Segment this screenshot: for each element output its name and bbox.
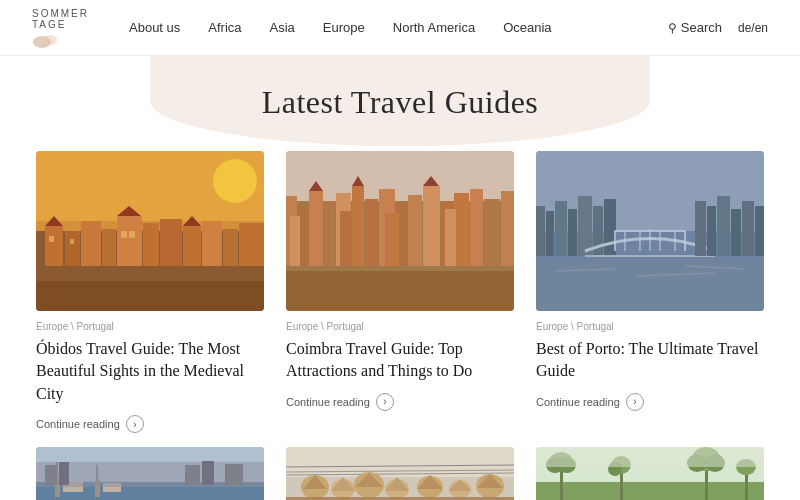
svg-rect-33 (352, 186, 364, 266)
card-coimbra[interactable]: Europe \ Portugal Coimbra Travel Guide: … (286, 151, 514, 433)
card-title-porto: Best of Porto: The Ultimate Travel Guide (536, 338, 764, 383)
card-image-coimbra (286, 151, 514, 311)
svg-rect-9 (102, 229, 116, 266)
svg-rect-44 (290, 216, 300, 266)
search-label: Search (681, 20, 722, 35)
nav-asia[interactable]: Asia (270, 20, 295, 35)
bottom-card-3[interactable] (536, 447, 764, 500)
svg-rect-60 (578, 196, 592, 256)
svg-rect-62 (604, 199, 616, 256)
svg-rect-92 (225, 464, 243, 485)
svg-rect-12 (160, 219, 182, 266)
read-more-coimbra[interactable]: Continue reading › (286, 393, 514, 411)
svg-rect-68 (695, 201, 706, 256)
card-obidos[interactable]: Europe \ Portugal Óbidos Travel Guide: T… (36, 151, 264, 433)
svg-rect-115 (536, 482, 764, 500)
svg-rect-47 (445, 209, 456, 266)
svg-point-4 (213, 159, 257, 203)
svg-rect-59 (568, 209, 577, 256)
card-image-porto (536, 151, 764, 311)
search-button[interactable]: ⚲ Search (668, 20, 722, 35)
svg-rect-7 (65, 231, 80, 266)
nav-europe[interactable]: Europe (323, 20, 365, 35)
svg-rect-6 (45, 226, 63, 266)
svg-rect-24 (36, 281, 264, 311)
read-more-obidos[interactable]: Continue reading › (36, 415, 264, 433)
page-title: Latest Travel Guides (0, 84, 800, 121)
cards-grid: Europe \ Portugal Óbidos Travel Guide: T… (0, 131, 800, 433)
bottom-card-image-1 (36, 447, 264, 500)
svg-rect-48 (485, 213, 500, 266)
svg-rect-129 (536, 447, 764, 467)
bottom-card-2[interactable] (286, 447, 514, 500)
nav-north-america[interactable]: North America (393, 20, 475, 35)
svg-rect-11 (143, 223, 159, 266)
svg-rect-22 (121, 231, 127, 238)
svg-rect-20 (49, 236, 54, 242)
svg-rect-57 (546, 211, 554, 256)
svg-rect-88 (45, 465, 57, 485)
card-porto[interactable]: Europe \ Portugal Best of Porto: The Ult… (536, 151, 764, 433)
svg-rect-23 (129, 231, 135, 238)
svg-rect-72 (742, 201, 754, 256)
svg-rect-37 (408, 195, 422, 266)
svg-rect-31 (324, 201, 335, 266)
hero-section: Latest Travel Guides (0, 56, 800, 131)
svg-rect-40 (454, 193, 469, 266)
svg-rect-90 (185, 465, 200, 485)
card-category-porto: Europe \ Portugal (536, 321, 764, 332)
logo-text: SOMMERTAGE (32, 8, 89, 30)
svg-rect-8 (81, 221, 101, 266)
logo-icon (32, 32, 60, 48)
nav-oceania[interactable]: Oceania (503, 20, 551, 35)
card-category-coimbra: Europe \ Portugal (286, 321, 514, 332)
svg-rect-52 (286, 271, 514, 311)
svg-rect-45 (340, 211, 352, 266)
svg-rect-94 (286, 447, 514, 477)
nav-about-us[interactable]: About us (129, 20, 180, 35)
svg-rect-71 (731, 209, 741, 256)
svg-rect-70 (717, 196, 730, 256)
svg-rect-10 (117, 216, 142, 266)
svg-rect-69 (707, 206, 716, 256)
read-more-porto[interactable]: Continue reading › (536, 393, 764, 411)
svg-rect-16 (239, 223, 264, 266)
nav-africa[interactable]: Africa (208, 20, 241, 35)
bottom-card-1[interactable] (36, 447, 264, 500)
svg-point-1 (43, 35, 57, 45)
read-more-arrow-obidos: › (126, 415, 144, 433)
navigation: SOMMERTAGE About us Africa Asia Europe N… (0, 0, 800, 56)
svg-rect-89 (59, 462, 69, 485)
card-image-obidos (36, 151, 264, 311)
svg-rect-43 (501, 191, 514, 266)
card-category-obidos: Europe \ Portugal (36, 321, 264, 332)
card-title-coimbra: Coimbra Travel Guide: Top Attractions an… (286, 338, 514, 383)
svg-rect-21 (70, 239, 74, 244)
svg-rect-73 (755, 206, 764, 256)
svg-rect-14 (202, 221, 222, 266)
svg-rect-13 (183, 226, 201, 266)
nav-links: About us Africa Asia Europe North Americ… (129, 20, 668, 35)
language-toggle[interactable]: de/en (738, 21, 768, 35)
svg-rect-30 (309, 191, 323, 266)
read-more-arrow-coimbra: › (376, 393, 394, 411)
read-more-arrow-porto: › (626, 393, 644, 411)
svg-rect-41 (470, 189, 483, 266)
svg-rect-38 (423, 186, 440, 266)
search-icon: ⚲ (668, 21, 677, 35)
svg-rect-15 (223, 229, 238, 266)
bottom-card-image-3 (536, 447, 764, 500)
svg-rect-91 (202, 461, 214, 485)
bottom-card-image-2 (286, 447, 514, 500)
nav-right: ⚲ Search de/en (668, 20, 768, 35)
svg-rect-46 (385, 213, 399, 266)
svg-rect-34 (365, 199, 378, 266)
logo[interactable]: SOMMERTAGE (32, 8, 89, 48)
svg-rect-58 (555, 201, 567, 256)
svg-rect-56 (536, 206, 545, 256)
card-title-obidos: Óbidos Travel Guide: The Most Beautiful … (36, 338, 264, 405)
bottom-cards-row (0, 433, 800, 500)
